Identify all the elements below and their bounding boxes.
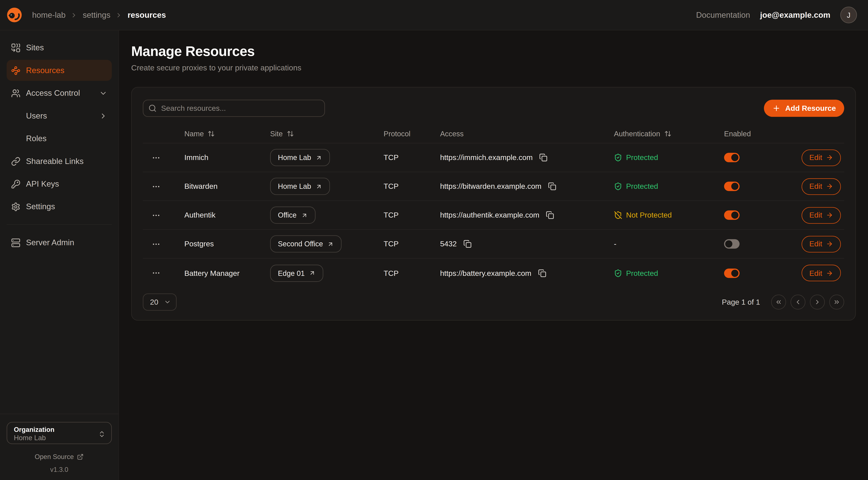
edit-button[interactable]: Edit xyxy=(802,236,841,252)
site-link[interactable]: Second Office xyxy=(270,235,342,252)
next-page-button[interactable] xyxy=(810,295,825,310)
search-icon xyxy=(148,104,157,112)
table-row: Battery Manager Edge 01 TCP https://batt… xyxy=(143,259,844,288)
access-url: https://immich.example.com xyxy=(440,153,533,161)
access-url: https://battery.example.com xyxy=(440,269,531,277)
page-size-value: 20 xyxy=(150,298,158,306)
site-link[interactable]: Edge 01 xyxy=(270,264,323,281)
copy-icon[interactable] xyxy=(545,210,555,220)
copy-icon[interactable] xyxy=(537,268,547,278)
sidebar-item-server-admin[interactable]: Server Admin xyxy=(7,232,112,253)
add-resource-label: Add Resource xyxy=(785,104,836,112)
site-link[interactable]: Home Lab xyxy=(270,149,330,166)
auth-status: Protected xyxy=(614,153,724,161)
search-input[interactable] xyxy=(143,100,325,117)
sort-icon[interactable] xyxy=(664,130,671,137)
edit-label: Edit xyxy=(809,211,822,219)
access-url: https://authentik.example.com xyxy=(440,211,539,219)
enabled-toggle[interactable] xyxy=(724,239,740,249)
edit-button[interactable]: Edit xyxy=(802,207,841,223)
enabled-toggle[interactable] xyxy=(724,182,740,191)
arrow-right-icon xyxy=(826,212,833,219)
documentation-link[interactable]: Documentation xyxy=(696,10,750,19)
avatar[interactable]: J xyxy=(840,7,857,23)
spacer xyxy=(11,134,21,143)
enabled-toggle[interactable] xyxy=(724,268,740,278)
open-source-link[interactable]: Open Source xyxy=(7,453,112,461)
arrow-up-right-icon xyxy=(301,212,308,218)
site-name: Edge 01 xyxy=(278,269,305,277)
auth-status-none: - xyxy=(614,240,617,248)
sidebar-item-label: Roles xyxy=(26,134,46,143)
row-actions-button[interactable] xyxy=(148,209,164,222)
breadcrumb-org[interactable]: home-lab xyxy=(32,10,65,19)
add-resource-button[interactable]: Add Resource xyxy=(764,100,844,117)
header-access: Access xyxy=(440,129,614,138)
auth-status: Protected xyxy=(614,269,724,277)
sidebar-item-users[interactable]: Users xyxy=(7,105,112,126)
breadcrumb-settings[interactable]: settings xyxy=(83,10,111,19)
copy-icon[interactable] xyxy=(462,239,473,249)
first-page-button[interactable] xyxy=(771,295,786,310)
enabled-toggle[interactable] xyxy=(724,210,740,220)
auth-label: Protected xyxy=(626,153,658,161)
sidebar-item-access-control[interactable]: Access Control xyxy=(7,83,112,103)
pangolin-logo-icon xyxy=(6,6,23,24)
server-icon xyxy=(11,238,21,247)
sidebar-item-resources[interactable]: Resources xyxy=(7,60,112,81)
last-page-button[interactable] xyxy=(829,295,844,310)
site-link[interactable]: Office xyxy=(270,207,315,224)
header-enabled: Enabled xyxy=(724,129,802,138)
breadcrumb: home-lab settings resources xyxy=(32,10,166,19)
row-actions-button[interactable] xyxy=(148,151,164,164)
access-url: 5432 xyxy=(440,240,457,248)
resource-name: Authentik xyxy=(184,211,270,219)
sidebar-item-label: Access Control xyxy=(26,89,80,97)
arrow-right-icon xyxy=(826,154,833,161)
site-link[interactable]: Home Lab xyxy=(270,178,330,195)
resource-name: Bitwarden xyxy=(184,182,270,190)
main-content: Manage Resources Create secure proxies t… xyxy=(119,30,868,480)
edit-button[interactable]: Edit xyxy=(802,178,841,195)
chevron-down-icon xyxy=(99,89,107,97)
chevron-right-icon xyxy=(70,11,78,19)
sidebar-item-roles[interactable]: Roles xyxy=(7,128,112,149)
access-url: https://bitwarden.example.com xyxy=(440,182,541,190)
page-size-select[interactable]: 20 xyxy=(143,293,177,310)
chevron-right-icon xyxy=(99,112,107,120)
link-icon xyxy=(11,156,21,166)
sort-icon[interactable] xyxy=(287,130,294,137)
breadcrumb-current: resources xyxy=(128,10,166,19)
header-protocol: Protocol xyxy=(383,129,440,138)
auth-status: Not Protected xyxy=(614,211,724,219)
plus-icon xyxy=(772,104,781,112)
protocol: TCP xyxy=(383,182,440,190)
page-indicator: Page 1 of 1 xyxy=(722,298,760,306)
sort-icon[interactable] xyxy=(208,130,215,137)
sidebar-item-sites[interactable]: Sites xyxy=(7,37,112,58)
edit-button[interactable]: Edit xyxy=(802,265,841,281)
toggle-knob xyxy=(731,154,739,161)
sidebar-item-shareable-links[interactable]: Shareable Links xyxy=(7,151,112,172)
previous-page-button[interactable] xyxy=(790,295,806,310)
protocol: TCP xyxy=(383,211,440,219)
edit-button[interactable]: Edit xyxy=(802,149,841,166)
row-actions-button[interactable] xyxy=(148,180,164,193)
resource-name: Postgres xyxy=(184,240,270,248)
enabled-toggle[interactable] xyxy=(724,153,740,162)
users-icon xyxy=(11,88,21,98)
user-email[interactable]: joe@example.com xyxy=(760,10,830,19)
arrow-up-right-icon xyxy=(327,241,334,247)
sidebar-item-label: Resources xyxy=(26,66,64,75)
sidebar-item-settings[interactable]: Settings xyxy=(7,196,112,217)
copy-icon[interactable] xyxy=(538,152,549,163)
shield-check-icon xyxy=(614,269,622,277)
organization-selector[interactable]: Organization Home Lab xyxy=(7,422,112,444)
row-actions-button[interactable] xyxy=(148,237,164,250)
sidebar-item-api-keys[interactable]: API Keys xyxy=(7,173,112,194)
arrow-right-icon xyxy=(826,183,833,190)
row-actions-button[interactable] xyxy=(148,266,164,280)
copy-icon[interactable] xyxy=(547,181,558,191)
arrow-right-icon xyxy=(826,269,833,276)
sidebar-item-label: Users xyxy=(26,111,47,120)
